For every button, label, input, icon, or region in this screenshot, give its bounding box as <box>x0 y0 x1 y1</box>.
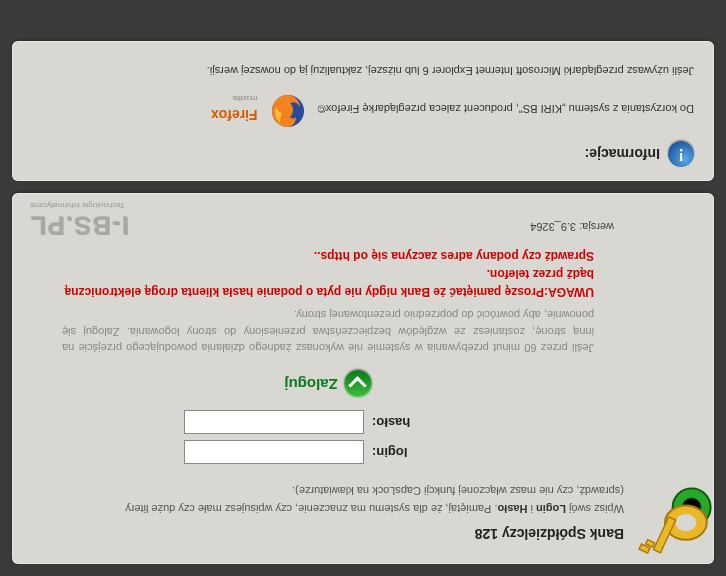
vendor-logo-tagline: Technologie informatyczne <box>30 201 129 210</box>
timeout-note: Jeśli przez 60 minut przebywania w syste… <box>62 307 594 357</box>
password-label: hasło: <box>372 415 472 430</box>
login-label: login: <box>372 445 472 460</box>
password-input[interactable] <box>184 410 364 434</box>
firefox-label: Firefox mozilla <box>211 93 258 124</box>
vendor-logo: I-BS.PL Technologie informatyczne <box>30 201 129 241</box>
capslock-note: (sprawdź, czy nie masz włączonej funkcji… <box>32 482 624 497</box>
info-header: ! Informacje: <box>32 141 694 167</box>
bank-title: Bank Spółdzielczy 128 <box>32 526 624 542</box>
info-panel: ! Informacje: Do korzystania z systemu „… <box>12 41 714 181</box>
keys-icon <box>627 477 722 572</box>
checkmark-icon <box>344 370 372 398</box>
login-form: login: hasło: Zaloguj <box>32 370 624 464</box>
login-input[interactable] <box>184 440 364 464</box>
svg-point-3 <box>675 514 696 531</box>
info-line-ie: Jeśli używasz przeglądarki Microsoft Int… <box>32 63 694 78</box>
login-button[interactable]: Zaloguj <box>284 370 371 398</box>
vendor-logo-name: I-BS.PL <box>30 210 129 241</box>
info-icon: ! <box>668 141 694 167</box>
security-warning: UWAGA:Proszę pamiętać że Bank nigdy nie … <box>62 247 594 301</box>
login-panel: Bank Spółdzielczy 128 Wpisz swój Login i… <box>12 193 714 564</box>
firefox-icon <box>268 86 308 130</box>
info-line-firefox: Do korzystania z systemu „KIRI BS", prod… <box>32 86 694 130</box>
login-instruction: Wpisz swój Login i Hasło. Pamiętaj, że d… <box>32 501 624 516</box>
